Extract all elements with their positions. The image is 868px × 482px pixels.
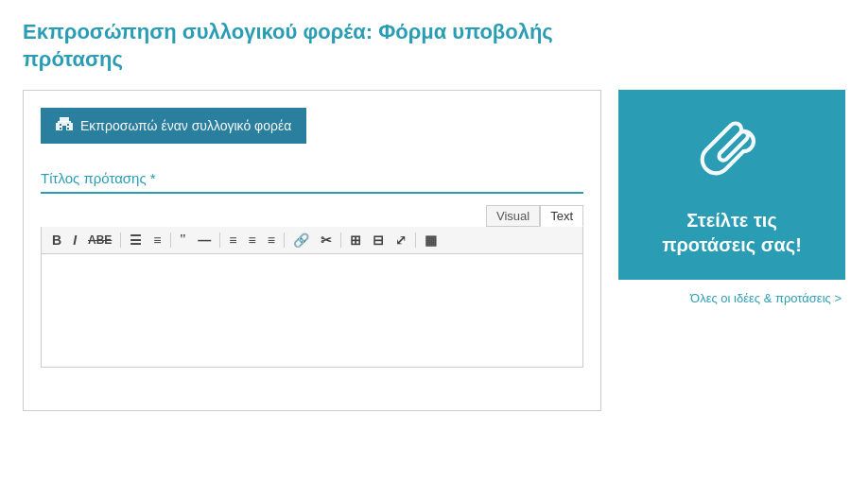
svg-rect-3 bbox=[60, 117, 69, 122]
all-ideas-link[interactable]: Όλες οι ιδέες & προτάσεις > bbox=[618, 291, 845, 305]
editor-toolbar: B I ABE ☰ ≡ " — ≡ ≡ ≡ 🔗 ✂ ⊞ ⊟ ⤢ ▦ bbox=[41, 227, 583, 254]
unlink-button[interactable]: ✂ bbox=[316, 231, 337, 250]
ordered-list-button[interactable]: ≡ bbox=[148, 231, 165, 250]
svg-rect-2 bbox=[71, 123, 73, 130]
italic-button[interactable]: I bbox=[68, 231, 81, 250]
cta-text: Στείλτε τις προτάσεις σας! bbox=[637, 208, 826, 257]
sep1 bbox=[120, 232, 121, 248]
align-left-button[interactable]: ≡ bbox=[224, 231, 241, 250]
sep5 bbox=[340, 232, 341, 248]
main-layout: Εκπροσωπώ έναν συλλογικό φορέα Visual Te… bbox=[23, 90, 845, 411]
sep6 bbox=[415, 232, 416, 248]
svg-rect-4 bbox=[62, 126, 66, 130]
align-right-button[interactable]: ≡ bbox=[263, 231, 280, 250]
text-tab[interactable]: Text bbox=[540, 205, 583, 227]
page-title: Εκπροσώπηση συλλογικού φορέα: Φόρμα υποβ… bbox=[23, 19, 845, 73]
paperclip-icon bbox=[637, 118, 826, 197]
svg-rect-8 bbox=[67, 128, 69, 129]
bold-button[interactable]: B bbox=[47, 231, 66, 250]
align-center-button[interactable]: ≡ bbox=[243, 231, 260, 250]
svg-rect-1 bbox=[56, 123, 58, 130]
strikethrough-button[interactable]: ABE bbox=[83, 232, 116, 249]
editor-area[interactable] bbox=[41, 254, 583, 368]
cta-box: Στείλτε τις προτάσεις σας! bbox=[618, 90, 845, 280]
hr-button[interactable]: — bbox=[193, 231, 216, 250]
svg-rect-7 bbox=[60, 128, 61, 129]
blockquote-button[interactable]: " bbox=[175, 231, 192, 250]
tab-label: Εκπροσωπώ έναν συλλογικό φορέα bbox=[80, 118, 291, 133]
indent-button[interactable]: ⊞ bbox=[345, 231, 366, 250]
editor-tabs: Visual Text bbox=[41, 205, 583, 227]
link-button[interactable]: 🔗 bbox=[288, 231, 314, 250]
collective-tab[interactable]: Εκπροσωπώ έναν συλλογικό φορέα bbox=[41, 108, 306, 144]
form-panel: Εκπροσωπώ έναν συλλογικό φορέα Visual Te… bbox=[23, 90, 601, 411]
unordered-list-button[interactable]: ☰ bbox=[125, 231, 147, 250]
svg-rect-5 bbox=[60, 124, 61, 126]
building-icon bbox=[56, 115, 73, 136]
sep2 bbox=[170, 232, 171, 248]
sep4 bbox=[284, 232, 285, 248]
visual-tab[interactable]: Visual bbox=[486, 205, 540, 227]
table-button[interactable]: ▦ bbox=[420, 231, 442, 250]
tab-bar: Εκπροσωπώ έναν συλλογικό φορέα bbox=[41, 108, 583, 144]
proposal-title-input[interactable] bbox=[41, 161, 583, 194]
sidebar-panel: Στείλτε τις προτάσεις σας! Όλες οι ιδέες… bbox=[618, 90, 845, 305]
sep3 bbox=[219, 232, 220, 248]
svg-rect-6 bbox=[67, 124, 69, 126]
outdent-button[interactable]: ⊟ bbox=[368, 231, 389, 250]
fullscreen-button[interactable]: ⤢ bbox=[391, 231, 411, 250]
